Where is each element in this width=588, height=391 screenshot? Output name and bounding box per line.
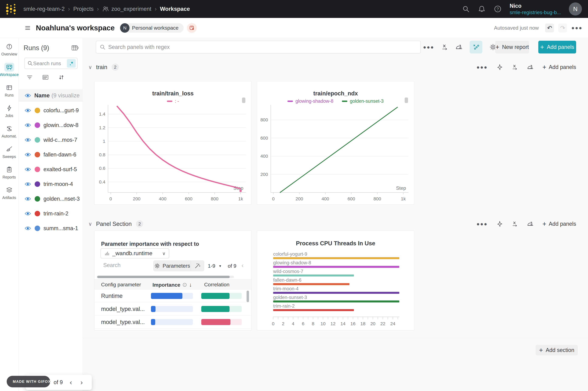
run-color-dot[interactable] — [35, 226, 40, 231]
run-name[interactable]: golden...nset-3 — [43, 196, 80, 202]
filter-icon[interactable] — [26, 74, 33, 81]
magic-wand-icon[interactable] — [191, 261, 204, 271]
chevron-down-icon[interactable]: ∨ — [88, 64, 92, 70]
param-table-row[interactable]: model_type.val... — [94, 315, 251, 329]
runs-table-expand-icon[interactable] — [71, 45, 78, 51]
help-icon[interactable]: ? — [494, 5, 502, 13]
user-org-link[interactable]: smle-registries-bug-b... — [510, 9, 561, 15]
run-color-dot[interactable] — [35, 108, 40, 113]
wandb-logo-icon[interactable] — [4, 2, 18, 16]
run-row[interactable]: wild-c...mos-7 — [18, 132, 83, 147]
rail-item-jobs[interactable]: Jobs — [0, 104, 18, 118]
run-search-input[interactable] — [33, 60, 65, 66]
run-color-dot[interactable] — [35, 211, 40, 216]
config-column-label[interactable]: Config parameter — [101, 282, 141, 288]
rail-item-workspace[interactable]: Workspace — [0, 63, 18, 77]
panel-drag-handle-icon[interactable] — [405, 98, 408, 103]
breadcrumb-projects[interactable]: Projects — [73, 6, 94, 12]
rail-item-reports[interactable]: Reports — [0, 165, 18, 179]
run-search-box[interactable]: .* — [24, 58, 78, 69]
run-name[interactable]: wild-c...mos-7 — [43, 137, 77, 143]
panel-epoch-ndx[interactable]: train/epoch_ndx glowing-shadow-8golden-s… — [257, 81, 414, 205]
chevron-down-icon[interactable]: ∨ — [88, 221, 92, 227]
run-row[interactable]: golden...nset-3 — [18, 192, 83, 206]
section-label[interactable]: train — [96, 64, 107, 71]
pin-sparkle-icon[interactable] — [496, 221, 503, 227]
visibility-eye-icon[interactable] — [25, 167, 31, 172]
rail-item-automat[interactable]: Automat. — [0, 124, 18, 138]
scatter-settings-icon[interactable] — [470, 41, 482, 53]
run-row[interactable]: trim-moon-4 — [18, 177, 83, 192]
add-panels-button[interactable]: + Add panels — [538, 41, 576, 53]
header-overflow-menu[interactable]: ●●● — [571, 25, 583, 31]
panel-search-box[interactable] — [96, 41, 421, 53]
collapse-chevron-icon[interactable]: ‹ — [241, 262, 243, 269]
info-icon[interactable]: i — [182, 283, 187, 287]
sort-desc-icon[interactable]: ↓ — [189, 282, 192, 288]
x-axis-settings-icon[interactable] — [512, 64, 518, 70]
rail-item-artifacts[interactable]: Artifacts — [0, 186, 18, 200]
param-page-range[interactable]: 1-9 — [208, 263, 215, 269]
run-color-dot[interactable] — [35, 137, 40, 143]
panel-train-loss[interactable]: train/train_loss : - 0.40.60.811.21.4020… — [94, 81, 251, 205]
panel-smoothing-icon[interactable] — [455, 43, 463, 51]
vertical-scrollbar[interactable] — [246, 291, 249, 302]
workspace-overflow-menu[interactable]: ●●● — [423, 44, 434, 50]
x-axis-settings-icon[interactable] — [441, 44, 448, 51]
run-row[interactable]: summ...sma-1 — [18, 221, 83, 236]
param-search-input[interactable] — [103, 262, 146, 268]
legend-item[interactable]: golden-sunset-3 — [342, 98, 383, 104]
visibility-eye-icon[interactable] — [25, 123, 31, 127]
section-overflow-menu[interactable]: ●●● — [476, 221, 488, 227]
horizontal-scrollbar[interactable] — [97, 276, 234, 278]
visibility-eye-icon[interactable] — [25, 196, 31, 201]
group-list-icon[interactable] — [42, 74, 49, 81]
run-row[interactable]: exalted-surf-5 — [18, 162, 83, 177]
section-add-panels-button[interactable]: + Add panels — [542, 221, 576, 227]
run-name[interactable]: glowin...dow-8 — [43, 122, 78, 128]
param-table-row[interactable]: model_type.val... — [94, 302, 251, 315]
run-row[interactable]: colorfu...gurt-9 — [18, 103, 83, 118]
breadcrumb-team[interactable]: smle-reg-team-2 — [23, 6, 65, 12]
panel-drag-handle-icon[interactable] — [242, 98, 245, 103]
run-row[interactable]: trim-rain-2 — [18, 206, 83, 221]
notifications-bell-icon[interactable] — [478, 5, 486, 13]
run-color-dot[interactable] — [35, 122, 40, 128]
visibility-eye-icon[interactable] — [25, 182, 31, 186]
next-page-icon[interactable]: › — [81, 379, 83, 386]
user-menu[interactable]: Nico smle-registries-bug-b... — [510, 2, 561, 15]
legend-item[interactable]: : - — [167, 98, 179, 104]
run-name[interactable]: summ...sma-1 — [43, 225, 78, 231]
run-name[interactable]: trim-rain-2 — [43, 210, 68, 217]
breadcrumb-project[interactable]: zoo_experiment — [111, 6, 151, 12]
run-row[interactable]: glowin...dow-8 — [18, 118, 83, 132]
search-icon[interactable] — [462, 5, 470, 13]
x-axis-settings-icon[interactable] — [512, 221, 518, 227]
panel-cpu-threads[interactable]: Process CPU Threads In Use colorful-yogu… — [257, 231, 414, 331]
collapse-sidebar-icon[interactable] — [24, 25, 31, 31]
metric-dropdown[interactable]: _wandb.runtime ∨ — [101, 248, 169, 258]
panel-search-input[interactable] — [108, 44, 397, 50]
visibility-eye-icon[interactable] — [25, 108, 31, 113]
add-section-button[interactable]: + Add section — [536, 345, 578, 355]
pin-sparkle-icon[interactable] — [496, 64, 503, 70]
workspace-badge[interactable]: N Personal workspace — [120, 23, 184, 33]
run-color-dot[interactable] — [35, 152, 40, 157]
visibility-eye-icon[interactable] — [25, 152, 31, 157]
run-color-dot[interactable] — [35, 196, 40, 201]
caret-down-icon[interactable]: ▾ — [219, 264, 221, 268]
run-color-dot[interactable] — [35, 181, 40, 187]
run-name[interactable]: trim-moon-4 — [43, 181, 73, 187]
runs-name-column-header[interactable]: Name (9 visualize — [18, 90, 83, 101]
importance-column-label[interactable]: Importance — [152, 282, 180, 288]
visibility-eye-icon[interactable] — [25, 93, 31, 98]
legend-item[interactable]: glowing-shadow-8 — [287, 98, 333, 104]
redo-button[interactable]: ↷ — [558, 23, 567, 32]
panel-smoothing-icon[interactable] — [527, 221, 534, 227]
regex-toggle[interactable]: .* — [67, 59, 76, 68]
parameters-button[interactable]: Parameters — [153, 261, 204, 271]
run-name[interactable]: colorfu...gurt-9 — [43, 107, 79, 114]
visibility-eye-icon[interactable] — [25, 226, 31, 231]
correlation-column-label[interactable]: Correlation — [204, 282, 230, 288]
section-label[interactable]: Panel Section — [96, 221, 132, 227]
